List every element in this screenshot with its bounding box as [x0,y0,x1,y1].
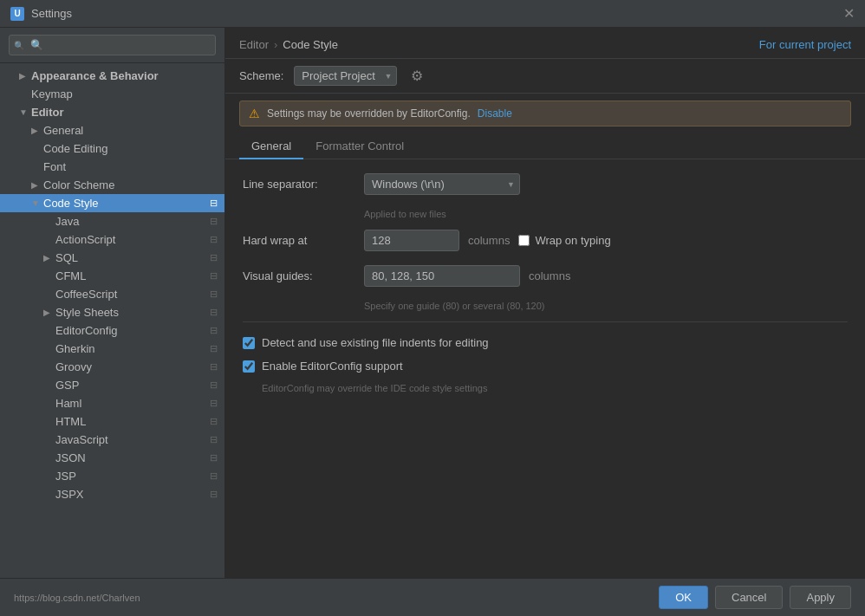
sidebar-item-keymap[interactable]: Keymap [0,85,224,103]
sidebar-item-java[interactable]: Java ⊟ [0,212,224,230]
sidebar-item-style-sheets[interactable]: ▶ Style Sheets ⊟ [0,303,224,321]
tree: ▶ Appearance & Behavior Keymap ▼ Editor … [0,63,224,578]
sidebar-item-javascript[interactable]: JavaScript ⊟ [0,431,224,449]
wrap-on-typing-checkbox[interactable] [518,235,530,246]
line-separator-select[interactable]: Windows (\r\n) Unix (\n) macOS (\r) [364,173,520,195]
visual-guides-sub: Specify one guide (80) or several (80, 1… [364,301,848,311]
detect-indents-label[interactable]: Detect and use existing file indents for… [262,336,489,349]
bottom-bar: https://blog.csdn.net/Charlven OK Cancel… [0,578,865,616]
line-separator-sub: Applied to new files [364,209,848,219]
sidebar-item-appearance[interactable]: ▶ Appearance & Behavior [0,67,224,85]
sidebar-item-label: JSP [55,470,206,483]
copy-icon: ⊟ [210,398,218,409]
sidebar-item-code-style[interactable]: ▼ Code Style ⊟ [0,194,224,212]
tab-formatter[interactable]: Formatter Control [303,133,416,159]
sidebar-item-label: SQL [55,251,206,264]
copy-icon: ⊟ [210,307,218,318]
sidebar-item-editor[interactable]: ▼ Editor [0,103,224,121]
sidebar-item-label: Keymap [31,88,218,101]
copy-icon: ⊟ [210,416,218,427]
copy-icon: ⊟ [210,198,218,209]
hard-wrap-label: Hard wrap at [243,234,355,247]
search-input[interactable] [9,35,216,55]
copy-icon: ⊟ [210,270,218,282]
disable-link[interactable]: Disable [478,107,512,120]
copy-icon: ⊟ [210,470,218,482]
line-separator-row: Line separator: Windows (\r\n) Unix (\n)… [243,173,848,195]
arrow-icon: ▼ [19,107,31,117]
sidebar-item-coffeescript[interactable]: CoffeeScript ⊟ [0,285,224,303]
breadcrumb: Editor › Code Style For current project [225,28,865,59]
sidebar-item-gsp[interactable]: GSP ⊟ [0,376,224,394]
copy-icon: ⊟ [210,325,218,336]
sidebar-item-label: Font [43,160,218,173]
sidebar-item-label: CoffeeScript [55,288,206,301]
scheme-dropdown[interactable]: Project Project [294,66,397,86]
sidebar-item-font[interactable]: Font [0,158,224,176]
close-button[interactable]: ✕ [843,7,855,21]
sidebar-item-json[interactable]: JSON ⊟ [0,449,224,467]
visual-guides-row: Visual guides: columns [243,265,848,287]
line-separator-label: Line separator: [243,178,355,191]
scheme-select-wrap: Project Project [294,66,397,86]
for-current-project-link[interactable]: For current project [759,38,851,51]
cancel-button[interactable]: Cancel [715,586,783,609]
hard-wrap-unit: columns [468,234,510,247]
visual-guides-input[interactable] [364,265,520,287]
breadcrumb-separator: › [274,38,277,51]
sidebar-item-gherkin[interactable]: Gherkin ⊟ [0,340,224,358]
arrow-icon: ▶ [19,71,31,81]
sidebar-item-label: Haml [55,397,206,410]
sidebar-item-label: HTML [55,415,206,428]
apply-button[interactable]: Apply [790,586,851,609]
warning-text: Settings may be overridden by EditorConf… [267,107,471,120]
visual-guides-label: Visual guides: [243,269,355,282]
editorconfig-checkbox[interactable] [243,360,255,373]
copy-icon: ⊟ [210,361,218,373]
sidebar-item-editorconfig[interactable]: EditorConfig ⊟ [0,321,224,340]
arrow-icon: ▶ [43,253,55,263]
sidebar-item-general[interactable]: ▶ General [0,121,224,139]
ok-button[interactable]: OK [659,586,708,609]
sidebar-item-label: Color Scheme [43,178,218,191]
sidebar-item-label: GSP [55,379,206,392]
sidebar-item-label: Code Editing [43,142,218,155]
detect-indents-row: Detect and use existing file indents for… [243,336,848,349]
sidebar-item-label: Groovy [55,360,206,373]
hard-wrap-input[interactable] [364,230,459,251]
sidebar-item-cfml[interactable]: CFML ⊟ [0,267,224,285]
copy-icon: ⊟ [210,452,218,464]
scheme-header: Scheme: Project Project ⚙ [225,59,865,94]
arrow-icon: ▼ [31,198,43,208]
editorconfig-label[interactable]: Enable EditorConfig support [262,360,403,373]
line-separator-select-wrap: Windows (\r\n) Unix (\n) macOS (\r) [364,173,520,195]
detect-indents-checkbox[interactable] [243,337,255,349]
search-wrap [9,35,216,55]
sidebar-item-sql[interactable]: ▶ SQL ⊟ [0,249,224,267]
sidebar-item-jspx[interactable]: JSPX ⊟ [0,485,224,503]
footer-url: https://blog.csdn.net/Charlven [14,593,652,603]
search-box [0,28,224,63]
sidebar-item-label: CFML [55,269,206,282]
sidebar-item-haml[interactable]: Haml ⊟ [0,394,224,412]
main-content: ▶ Appearance & Behavior Keymap ▼ Editor … [0,28,865,578]
sidebar-item-label: Style Sheets [55,306,206,319]
sidebar-item-jsp[interactable]: JSP ⊟ [0,467,224,485]
sidebar-item-code-editing[interactable]: Code Editing [0,139,224,158]
sidebar-item-label: JavaScript [55,433,206,446]
sidebar-item-html[interactable]: HTML ⊟ [0,412,224,431]
sidebar-item-actionscript[interactable]: ActionScript ⊟ [0,230,224,249]
sidebar-item-groovy[interactable]: Groovy ⊟ [0,358,224,376]
sidebar-item-label: EditorConfig [55,324,206,337]
sidebar-item-label: JSON [55,451,206,464]
arrow-icon: ▶ [43,308,55,317]
gear-button[interactable]: ⚙ [407,66,426,86]
wrap-on-typing-label: Wrap on typing [535,234,610,247]
divider [243,321,848,322]
sidebar-item-color-scheme[interactable]: ▶ Color Scheme [0,176,224,194]
visual-guides-unit: columns [529,269,570,282]
tab-general[interactable]: General [239,133,303,159]
sidebar-item-label: Code Style [43,197,206,210]
hard-wrap-row: Hard wrap at columns Wrap on typing [243,230,848,251]
settings-window: U Settings ✕ ▶ Appearance & Behavior [0,0,865,616]
